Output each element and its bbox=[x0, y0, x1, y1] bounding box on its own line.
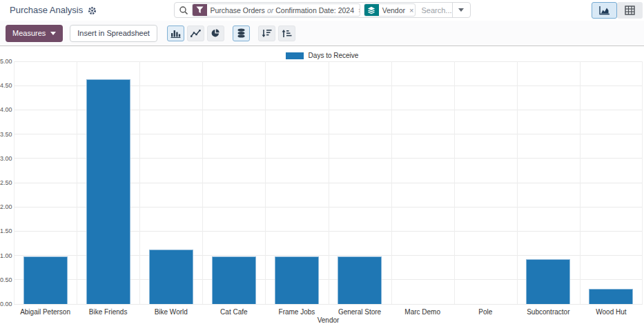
legend-label: Days to Receive bbox=[309, 52, 359, 59]
x-tick-label: Frame Jobs bbox=[265, 308, 328, 316]
legend-swatch bbox=[286, 52, 304, 59]
gridline-vertical bbox=[139, 61, 140, 304]
search-bar[interactable]: Purchase OrdersorConfirmation Date: 2024… bbox=[174, 2, 471, 18]
y-tick-label: 4.00 bbox=[0, 106, 12, 113]
x-axis-title: Vendor bbox=[14, 316, 643, 324]
x-tick-label: Cat Cafe bbox=[202, 308, 265, 316]
y-tick-label: 4.50 bbox=[0, 82, 12, 89]
bar[interactable] bbox=[86, 79, 130, 304]
search-dropdown-toggle[interactable] bbox=[452, 3, 470, 17]
gridline-vertical bbox=[77, 61, 77, 304]
gridline-vertical bbox=[265, 61, 266, 304]
chart-legend[interactable]: Days to Receive bbox=[0, 52, 644, 59]
chart-type-buttons bbox=[167, 26, 295, 41]
x-tick-label: General Store bbox=[329, 308, 391, 316]
y-tick-label: 3.50 bbox=[0, 131, 12, 138]
bar[interactable] bbox=[23, 256, 68, 304]
stacked-toggle-button[interactable] bbox=[233, 26, 250, 41]
measures-button[interactable]: Measures bbox=[6, 25, 63, 42]
bar-chart: Days to Receive 0.000.501.001.502.002.50… bbox=[0, 46, 644, 324]
bar[interactable] bbox=[212, 256, 256, 304]
graph-view-icon bbox=[599, 6, 610, 15]
x-tick-label: Marc Demo bbox=[391, 308, 454, 316]
purchase-analysis-app: Purchase Analysis bbox=[0, 0, 644, 324]
gridline-vertical bbox=[391, 61, 392, 304]
bar[interactable] bbox=[526, 259, 570, 304]
x-tick-label: Abigail Peterson bbox=[14, 308, 77, 316]
x-tick-label: Subcontractor bbox=[517, 308, 580, 316]
line-chart-icon bbox=[191, 29, 201, 38]
x-tick-label: Bike World bbox=[139, 308, 202, 316]
y-tick-label: 1.00 bbox=[0, 252, 12, 259]
remove-filter-icon[interactable]: × bbox=[358, 6, 360, 14]
filter-facet-label: Purchase OrdersorConfirmation Date: 2024 bbox=[207, 6, 358, 14]
y-tick-label: 0.50 bbox=[0, 276, 12, 283]
filter-facet[interactable]: Purchase OrdersorConfirmation Date: 2024… bbox=[192, 3, 360, 17]
sort-descending-button[interactable] bbox=[258, 26, 275, 41]
y-tick-label: 0.00 bbox=[0, 301, 12, 307]
insert-in-spreadsheet-button[interactable]: Insert in Spreadsheet bbox=[70, 25, 157, 42]
gridline-vertical bbox=[202, 61, 203, 304]
y-axis-labels: 0.000.501.001.502.002.503.003.504.004.50… bbox=[0, 46, 12, 324]
y-tick-label: 5.00 bbox=[0, 58, 12, 65]
sort-ascending-icon bbox=[282, 29, 292, 38]
stacked-icon bbox=[237, 28, 246, 38]
page-title-text: Purchase Analysis bbox=[10, 5, 83, 15]
chevron-down-icon bbox=[50, 32, 56, 35]
pie-chart-icon bbox=[211, 28, 220, 38]
sort-descending-icon bbox=[262, 29, 272, 38]
sort-ascending-button[interactable] bbox=[278, 26, 295, 41]
bar[interactable] bbox=[338, 256, 382, 304]
groupby-facet[interactable]: Vendor × bbox=[364, 3, 416, 17]
bar[interactable] bbox=[589, 289, 633, 304]
search-input[interactable]: Search... bbox=[421, 6, 451, 14]
x-axis-labels: Abigail PetersonBike FriendsBike WorldCa… bbox=[14, 308, 643, 316]
bar-chart-button[interactable] bbox=[167, 26, 184, 41]
graph-view-button[interactable] bbox=[592, 2, 617, 19]
search-icon bbox=[179, 6, 188, 15]
gridline-vertical bbox=[454, 61, 455, 304]
gridline-vertical bbox=[580, 61, 580, 304]
gridline-vertical bbox=[329, 61, 329, 304]
graph-toolbar: Measures Insert in Spreadsheet bbox=[0, 21, 644, 46]
gear-icon[interactable] bbox=[88, 6, 97, 15]
gridline-vertical bbox=[14, 61, 14, 304]
y-tick-label: 2.00 bbox=[0, 203, 12, 210]
header-bar: Purchase Analysis bbox=[0, 0, 644, 21]
pie-chart-button[interactable] bbox=[207, 26, 224, 41]
page-title: Purchase Analysis bbox=[10, 5, 97, 15]
x-tick-label: Bike Friends bbox=[77, 308, 139, 316]
pivot-view-button[interactable] bbox=[617, 2, 643, 19]
bar[interactable] bbox=[149, 250, 193, 304]
y-tick-label: 1.50 bbox=[0, 227, 12, 234]
x-tick-label: Wood Hut bbox=[580, 308, 643, 316]
bar[interactable] bbox=[275, 256, 319, 304]
gridline-vertical bbox=[517, 61, 518, 304]
plot-area bbox=[14, 61, 643, 304]
funnel-icon bbox=[193, 3, 207, 17]
line-chart-button[interactable] bbox=[187, 26, 204, 41]
pivot-view-icon bbox=[625, 6, 635, 15]
y-tick-label: 2.50 bbox=[0, 179, 12, 186]
groupby-facet-label: Vendor bbox=[379, 6, 409, 14]
x-tick-label: Pole bbox=[454, 308, 517, 316]
bar-chart-icon bbox=[170, 29, 181, 38]
gridline-vertical bbox=[642, 61, 643, 304]
layers-icon bbox=[364, 3, 379, 17]
y-tick-label: 3.00 bbox=[0, 155, 12, 162]
remove-groupby-icon[interactable]: × bbox=[409, 6, 416, 14]
chevron-down-icon bbox=[458, 8, 464, 12]
view-switcher bbox=[592, 2, 643, 19]
